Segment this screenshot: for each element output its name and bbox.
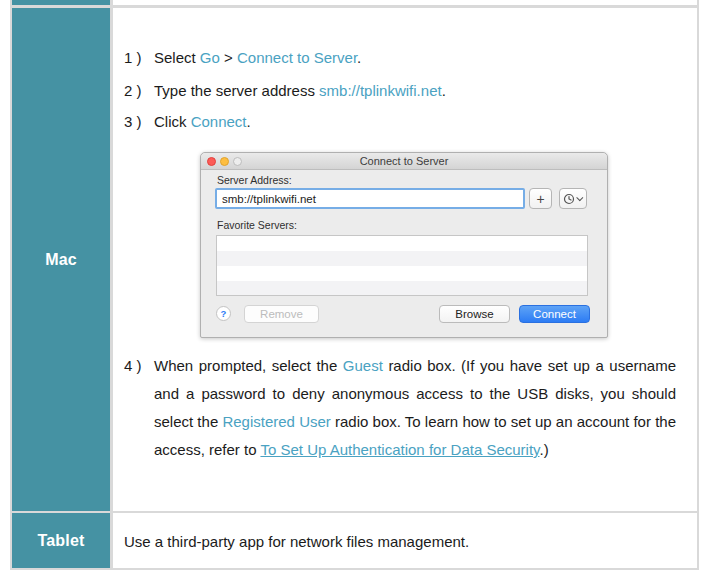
list-row xyxy=(217,251,587,266)
server-address-label: Server Address: xyxy=(217,174,292,186)
dialog-title: Connect to Server xyxy=(360,155,449,167)
step-text-segment: Click xyxy=(154,113,191,130)
connect-button-reference: Connect xyxy=(191,113,247,130)
mac-label: Mac xyxy=(45,251,77,269)
favorite-servers-list[interactable] xyxy=(216,235,588,296)
question-mark-icon: ? xyxy=(221,308,227,319)
step-number: 2 ) xyxy=(124,81,154,101)
step-number: 1 ) xyxy=(124,48,154,68)
step-number: 3 ) xyxy=(124,112,154,132)
step-text-segment: When prompted, select the xyxy=(154,357,343,374)
plus-icon: + xyxy=(536,192,544,206)
step-number: 4 ) xyxy=(124,352,154,464)
connect-button[interactable]: Connect xyxy=(519,305,590,323)
device-instructions-table: Mac 1 ) Select Go > Connect to Server. 2… xyxy=(10,0,699,570)
step-text: Select Go > Connect to Server. xyxy=(154,48,361,68)
step-text: When prompted, select the Guest radio bo… xyxy=(154,352,676,464)
mac-instructions-cell: 1 ) Select Go > Connect to Server. 2 ) T… xyxy=(113,8,697,511)
server-address-reference: smb://tplinkwifi.net xyxy=(319,82,442,99)
step-text: Click Connect. xyxy=(154,112,251,132)
step-text: Type the server address smb://tplinkwifi… xyxy=(154,81,446,101)
step-text-segment: > xyxy=(220,49,237,66)
tablet-instructions-cell: Use a third-party app for network files … xyxy=(113,513,697,568)
connect-to-server-dialog: Connect to Server Server Address: + xyxy=(200,152,608,338)
tablet-instruction-text: Use a third-party app for network files … xyxy=(124,532,469,549)
step-text-segment: . xyxy=(247,113,251,130)
go-menu-reference: Go xyxy=(200,49,220,66)
clock-icon xyxy=(563,193,575,205)
favorite-servers-label: Favorite Servers: xyxy=(217,219,297,231)
close-icon[interactable] xyxy=(207,157,216,166)
chevron-down-icon xyxy=(576,194,583,201)
step-item-4: 4 ) When prompted, select the Guest radi… xyxy=(124,352,676,464)
zoom-icon[interactable] xyxy=(233,157,242,166)
help-button[interactable]: ? xyxy=(216,306,231,321)
dialog-titlebar[interactable]: Connect to Server xyxy=(201,153,607,170)
guest-option-reference: Guest xyxy=(343,357,383,374)
step-item-2: 2 ) Type the server address smb://tplink… xyxy=(124,81,446,101)
device-cell-partial xyxy=(12,0,113,5)
registered-user-reference: Registered User xyxy=(222,413,330,430)
tablet-label: Tablet xyxy=(37,532,84,550)
table-bottom-border xyxy=(12,568,697,570)
step-text-segment: . xyxy=(357,49,361,66)
list-row xyxy=(217,266,587,281)
list-row xyxy=(217,281,587,296)
manual-page: Mac 1 ) Select Go > Connect to Server. 2… xyxy=(0,0,707,579)
step-text-segment: Select xyxy=(154,49,200,66)
step-text-segment: .) xyxy=(539,441,548,458)
device-cell-mac: Mac xyxy=(12,8,113,511)
list-row xyxy=(217,236,587,251)
minimize-icon[interactable] xyxy=(220,157,229,166)
step-text-segment: Type the server address xyxy=(154,82,319,99)
recent-servers-button[interactable] xyxy=(559,188,587,209)
step-item-1: 1 ) Select Go > Connect to Server. xyxy=(124,48,361,68)
table-row-mac: Mac 1 ) Select Go > Connect to Server. 2… xyxy=(12,8,697,511)
remove-button[interactable]: Remove xyxy=(244,305,319,323)
table-row-partial xyxy=(12,0,697,5)
table-row-tablet: Tablet Use a third-party app for network… xyxy=(12,513,697,568)
browse-button[interactable]: Browse xyxy=(439,305,510,323)
server-address-input[interactable] xyxy=(215,188,525,209)
step-text-segment: . xyxy=(442,82,446,99)
content-cell-partial xyxy=(113,0,697,5)
connect-to-server-reference: Connect to Server xyxy=(237,49,357,66)
step-item-3: 3 ) Click Connect. xyxy=(124,112,251,132)
device-cell-tablet: Tablet xyxy=(12,513,113,568)
auth-setup-link[interactable]: To Set Up Authentication for Data Securi… xyxy=(260,441,539,458)
add-server-button[interactable]: + xyxy=(529,188,552,209)
